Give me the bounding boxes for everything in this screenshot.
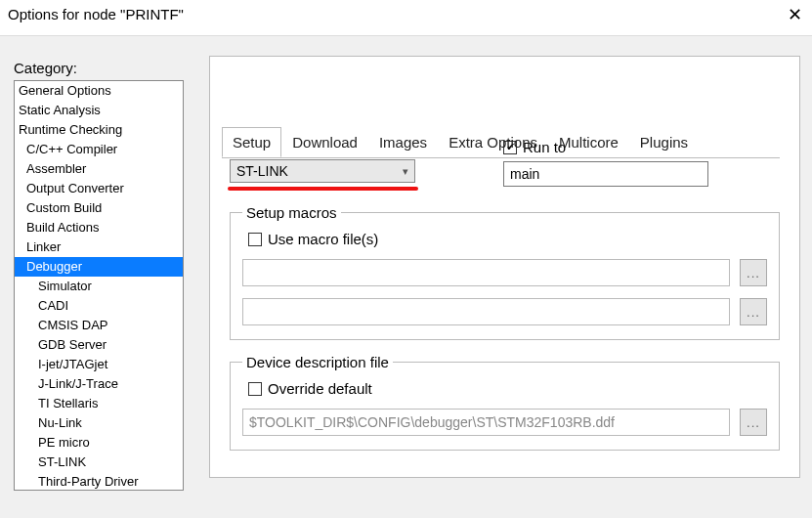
category-item[interactable]: Nu-Link bbox=[15, 413, 183, 433]
category-label: Category: bbox=[14, 60, 184, 76]
browse-button-2[interactable]: ... bbox=[740, 298, 767, 325]
ddf-group: Device description file Override default… bbox=[230, 354, 780, 451]
driver-select-value: ST-LINK bbox=[236, 163, 288, 179]
macro-file-input-2[interactable] bbox=[242, 298, 730, 325]
category-item[interactable]: PE micro bbox=[15, 433, 183, 453]
setup-macros-group: Setup macros Use macro file(s) ... ... bbox=[230, 204, 780, 340]
category-list[interactable]: General OptionsStatic AnalysisRuntime Ch… bbox=[14, 80, 184, 491]
category-item[interactable]: Third-Party Driver bbox=[15, 472, 183, 491]
category-item[interactable]: C/C++ Compiler bbox=[15, 140, 183, 159]
tab-multicore[interactable]: Multicore bbox=[548, 127, 629, 157]
run-to-input[interactable] bbox=[503, 161, 708, 187]
chevron-down-icon: ▾ bbox=[403, 165, 408, 178]
ellipsis-icon: ... bbox=[747, 305, 760, 320]
category-item[interactable]: Linker bbox=[15, 237, 183, 257]
category-item[interactable]: Simulator bbox=[15, 277, 183, 296]
category-item[interactable]: ST-LINK bbox=[15, 453, 183, 472]
browse-button-1[interactable]: ... bbox=[740, 259, 767, 286]
tab-download[interactable]: Download bbox=[281, 127, 368, 157]
category-item[interactable]: Output Converter bbox=[15, 179, 183, 198]
setup-macros-legend: Setup macros bbox=[242, 204, 341, 221]
category-item[interactable]: J-Link/J-Trace bbox=[15, 374, 183, 394]
override-default-checkbox[interactable] bbox=[248, 382, 262, 396]
macro-file-input-1[interactable] bbox=[242, 259, 730, 286]
category-item[interactable]: CADI bbox=[15, 296, 183, 316]
category-item[interactable]: Debugger bbox=[15, 257, 183, 277]
category-item[interactable]: Assembler bbox=[15, 159, 183, 179]
use-macro-label: Use macro file(s) bbox=[268, 231, 378, 247]
window-title: Options for node "PRINTF" bbox=[8, 6, 184, 22]
category-item[interactable]: Custom Build bbox=[15, 198, 183, 218]
category-item[interactable]: General Options bbox=[15, 81, 183, 101]
category-item[interactable]: CMSIS DAP bbox=[15, 316, 183, 335]
category-item[interactable]: TI Stellaris bbox=[15, 394, 183, 413]
use-macro-checkbox[interactable] bbox=[248, 233, 262, 246]
tab-setup[interactable]: Setup bbox=[222, 127, 281, 157]
category-item[interactable]: Runtime Checking bbox=[15, 120, 183, 140]
annotation-underline bbox=[228, 187, 418, 191]
tab-plugins[interactable]: Plugins bbox=[629, 127, 699, 157]
category-item[interactable]: Static Analysis bbox=[15, 101, 183, 120]
ddf-legend: Device description file bbox=[242, 354, 393, 370]
browse-button-ddf[interactable]: ... bbox=[740, 409, 767, 436]
ellipsis-icon: ... bbox=[747, 266, 760, 281]
close-icon[interactable]: ✕ bbox=[788, 6, 802, 23]
settings-panel: SetupDownloadImagesExtra OptionsMulticor… bbox=[209, 56, 800, 478]
tab-images[interactable]: Images bbox=[368, 127, 438, 157]
ellipsis-icon: ... bbox=[747, 415, 760, 430]
tab-strip: SetupDownloadImagesExtra OptionsMulticor… bbox=[222, 127, 699, 157]
category-item[interactable]: GDB Server bbox=[15, 335, 183, 355]
tab-extra-options[interactable]: Extra Options bbox=[438, 127, 548, 157]
category-item[interactable]: Build Actions bbox=[15, 218, 183, 237]
driver-select[interactable]: ST-LINK ▾ bbox=[230, 159, 415, 183]
category-item[interactable]: I-jet/JTAGjet bbox=[15, 355, 183, 374]
ddf-path-input[interactable]: $TOOLKIT_DIR$\CONFIG\debugger\ST\STM32F1… bbox=[242, 409, 730, 436]
override-default-label: Override default bbox=[268, 380, 372, 397]
